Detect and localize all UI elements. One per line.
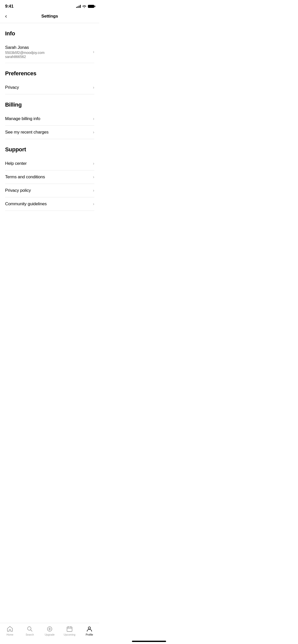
chevron-right-icon: › <box>93 175 94 179</box>
nav-header: ‹ Settings <box>0 11 99 23</box>
user-email: 5503b5f2@moodjoy.com <box>5 51 93 55</box>
community-guidelines-item[interactable]: Community guidelines › <box>5 197 94 211</box>
battery-icon <box>88 5 94 8</box>
chevron-right-icon: › <box>93 202 94 206</box>
recent-charges-item[interactable]: See my recent charges › <box>5 126 94 139</box>
chevron-right-icon: › <box>93 188 94 193</box>
settings-content: Info Sarah Jonas 5503b5f2@moodjoy.com sa… <box>0 30 99 236</box>
user-name: Sarah Jonas <box>5 45 93 50</box>
preferences-section: Preferences Privacy › <box>5 70 94 94</box>
terms-item[interactable]: Terms and conditions › <box>5 170 94 184</box>
back-chevron-icon: ‹ <box>5 13 7 19</box>
manage-billing-item[interactable]: Manage billing info › <box>5 112 94 126</box>
signal-icon <box>76 5 81 8</box>
page-title: Settings <box>41 14 58 19</box>
help-center-label: Help center <box>5 161 27 166</box>
back-button[interactable]: ‹ <box>5 13 7 19</box>
user-handle: sarah866562 <box>5 55 93 59</box>
manage-billing-label: Manage billing info <box>5 116 40 121</box>
privacy-label: Privacy <box>5 85 19 90</box>
chevron-right-icon: › <box>93 130 94 135</box>
support-section-title: Support <box>5 146 94 153</box>
privacy-policy-item[interactable]: Privacy policy › <box>5 184 94 197</box>
chevron-right-icon: › <box>93 116 94 121</box>
user-info-content: Sarah Jonas 5503b5f2@moodjoy.com sarah86… <box>5 45 93 59</box>
chevron-right-icon: › <box>93 161 94 166</box>
chevron-right-icon: › <box>93 85 94 90</box>
community-guidelines-label: Community guidelines <box>5 201 47 207</box>
status-time: 9:41 <box>5 4 13 9</box>
user-info-item[interactable]: Sarah Jonas 5503b5f2@moodjoy.com sarah86… <box>5 41 94 63</box>
privacy-policy-label: Privacy policy <box>5 188 31 193</box>
help-center-item[interactable]: Help center › <box>5 157 94 170</box>
info-section: Info Sarah Jonas 5503b5f2@moodjoy.com sa… <box>5 30 94 63</box>
preferences-section-title: Preferences <box>5 70 94 77</box>
billing-section: Billing Manage billing info › See my rec… <box>5 101 94 139</box>
billing-section-title: Billing <box>5 101 94 108</box>
status-icons <box>76 5 94 8</box>
recent-charges-label: See my recent charges <box>5 130 49 135</box>
terms-label: Terms and conditions <box>5 174 45 180</box>
info-section-title: Info <box>5 30 94 37</box>
privacy-item[interactable]: Privacy › <box>5 81 94 94</box>
status-bar: 9:41 <box>0 0 99 11</box>
chevron-right-icon: › <box>93 50 94 54</box>
support-section: Support Help center › Terms and conditio… <box>5 146 94 211</box>
wifi-icon <box>82 5 86 8</box>
